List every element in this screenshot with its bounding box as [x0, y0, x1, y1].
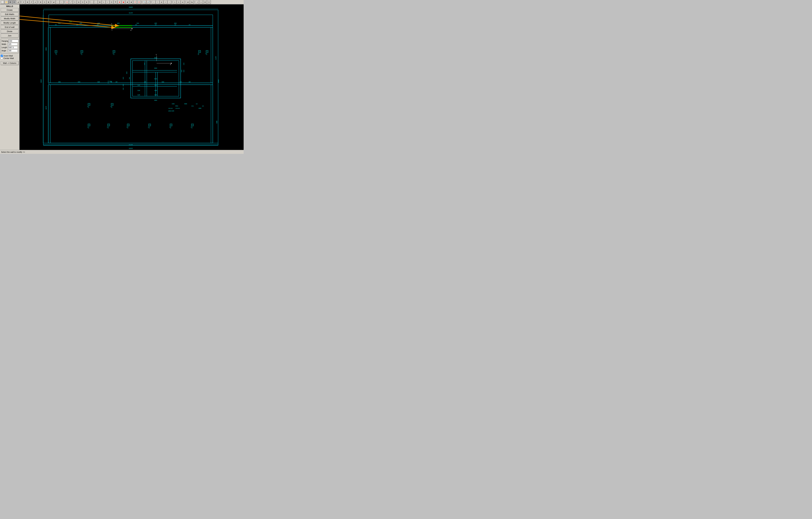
grid-btn[interactable]: ⊞: [8, 0, 12, 4]
center-wall-checkbox[interactable]: [1, 57, 3, 59]
angle-input[interactable]: [8, 49, 18, 52]
tb-btn8[interactable]: ⊠: [47, 0, 50, 4]
svg-text:31825: 31825: [129, 148, 133, 149]
text-ab[interactable]: ab: [186, 0, 190, 4]
hanging-input[interactable]: [8, 39, 18, 42]
tb-draw1[interactable]: ╱: [69, 0, 73, 4]
panel-title: WALLS: [1, 5, 19, 7]
tb-draw5[interactable]: ⊕: [85, 0, 88, 4]
tb-m5[interactable]: ✓: [106, 0, 110, 4]
tb-draw4[interactable]: ⊡: [81, 0, 85, 4]
tb-r3[interactable]: ■: [125, 0, 129, 4]
arr-left[interactable]: ◁: [196, 0, 199, 4]
tb-m6[interactable]: ⊡: [110, 0, 113, 4]
svg-text:4926: 4926: [162, 81, 164, 83]
svg-text:4926: 4926: [184, 103, 187, 104]
modify-width-button[interactable]: Modify Width: [1, 17, 19, 21]
tb-btn3[interactable]: ⊞: [26, 0, 29, 4]
tb-r2[interactable]: ▣: [122, 0, 125, 4]
tb-btn5[interactable]: Δ: [33, 0, 37, 4]
svg-text:4925: 4925: [97, 81, 100, 83]
drawing-area[interactable]: 31825 31225 Y X 4925 5260 4925 4925 4925: [20, 4, 243, 150]
length-label: Length: [2, 47, 7, 49]
print-btn[interactable]: 🖨: [17, 0, 20, 4]
text-ba[interactable]: ba: [190, 0, 194, 4]
dim-r[interactable]: ⊹: [164, 0, 167, 4]
svg-text:4950: 4950: [58, 81, 61, 83]
tb-r1[interactable]: ■: [118, 0, 121, 4]
join-button[interactable]: Join: [1, 34, 19, 38]
invert-wall-row: Invert Wall: [1, 55, 19, 57]
svg-text:2012: 2012: [175, 105, 178, 106]
options-area: Invert Wall Center Wall: [1, 55, 19, 59]
tb-btn7[interactable]: ⊡: [43, 0, 47, 4]
dim-t[interactable]: ↔: [168, 0, 171, 4]
dim-v[interactable]: I: [156, 0, 160, 4]
tb-btn10[interactable]: ↔: [56, 0, 60, 4]
new-btn[interactable]: ⬜: [1, 0, 4, 4]
divide-button[interactable]: Divide: [1, 29, 19, 33]
svg-text:325: 325: [189, 81, 191, 83]
svg-text:2225: 2225: [183, 63, 184, 65]
arr-right[interactable]: ▷: [199, 0, 203, 4]
sep1: [21, 0, 21, 4]
tb-m4[interactable]: L: [102, 0, 106, 4]
sep9: [185, 0, 185, 4]
sep2: [38, 0, 38, 4]
tb-m2[interactable]: ↕: [94, 0, 98, 4]
tb-copy[interactable]: ⧉: [114, 0, 117, 4]
svg-text:Y: Y: [111, 23, 112, 25]
tb-btn11[interactable]: ↕: [60, 0, 63, 4]
svg-text:325: 325: [108, 128, 109, 128]
text-sz[interactable]: sz: [181, 0, 184, 4]
zoom-in-btn[interactable]: 🔎: [147, 0, 150, 4]
tb-draw2[interactable]: ✕: [73, 0, 77, 4]
svg-text:325: 325: [76, 24, 78, 25]
tb-btn9[interactable]: ⇄: [52, 0, 56, 4]
zoom-out-btn[interactable]: 🔍: [143, 0, 146, 4]
tb-red[interactable]: ●: [65, 0, 69, 4]
tb-r5[interactable]: ✕: [134, 0, 137, 4]
svg-text:6000: 6000: [154, 57, 157, 58]
tb-m3[interactable]: ⊞: [98, 0, 102, 4]
length-input[interactable]: [8, 46, 18, 49]
tb-r4[interactable]: ■: [129, 0, 133, 4]
svg-text:325: 325: [155, 24, 157, 25]
wall-column-button[interactable]: Wall -> Column: [1, 61, 19, 65]
arr-extra2[interactable]: ⊡: [207, 0, 211, 4]
svg-text:32512312: 32512312: [108, 81, 112, 82]
create-button[interactable]: Create: [1, 8, 19, 12]
tb-btn6[interactable]: ⊞: [39, 0, 42, 4]
text-a[interactable]: A: [173, 0, 177, 4]
tb-m1[interactable]: ←→: [90, 0, 94, 4]
svg-text:2850: 2850: [123, 84, 124, 86]
width-row: Width: [2, 43, 18, 45]
svg-text:5525: 5525: [181, 70, 182, 72]
width-input[interactable]: [8, 43, 18, 45]
svg-text:3125: 3125: [138, 94, 140, 95]
modify-length-button[interactable]: Modify Length: [1, 21, 19, 25]
tb-btn4[interactable]: ↺: [30, 0, 33, 4]
text-b[interactable]: A: [177, 0, 180, 4]
dim-a[interactable]: ∡: [160, 0, 163, 4]
center-wall-row: Center Wall: [1, 57, 19, 59]
invert-wall-checkbox[interactable]: [1, 55, 3, 57]
svg-text:4925: 4925: [80, 23, 82, 24]
edit-walls-button[interactable]: Edit Wall/s: [1, 12, 19, 16]
dim-h[interactable]: ↔: [152, 0, 155, 4]
svg-text:325: 325: [170, 128, 171, 128]
svg-text:Y: Y: [156, 54, 157, 56]
svg-text:31225: 31225: [129, 12, 133, 14]
invert-wall-label: Invert Wall: [4, 55, 13, 57]
angle-label: Angle: [2, 50, 7, 52]
end-of-wall-button[interactable]: End of wall: [1, 25, 19, 29]
svg-text:325: 325: [202, 105, 204, 106]
tb-draw3[interactable]: ⊕: [77, 0, 81, 4]
tb-btn2[interactable]: ✕: [22, 0, 25, 4]
sep5: [89, 0, 89, 4]
tb-r6[interactable]: ⊡: [137, 0, 141, 4]
open-btn[interactable]: 📂: [5, 0, 8, 4]
snap-btn[interactable]: ⊡: [12, 0, 16, 4]
svg-text:4925: 4925: [58, 23, 61, 24]
arr-extra[interactable]: ⊞: [203, 0, 207, 4]
